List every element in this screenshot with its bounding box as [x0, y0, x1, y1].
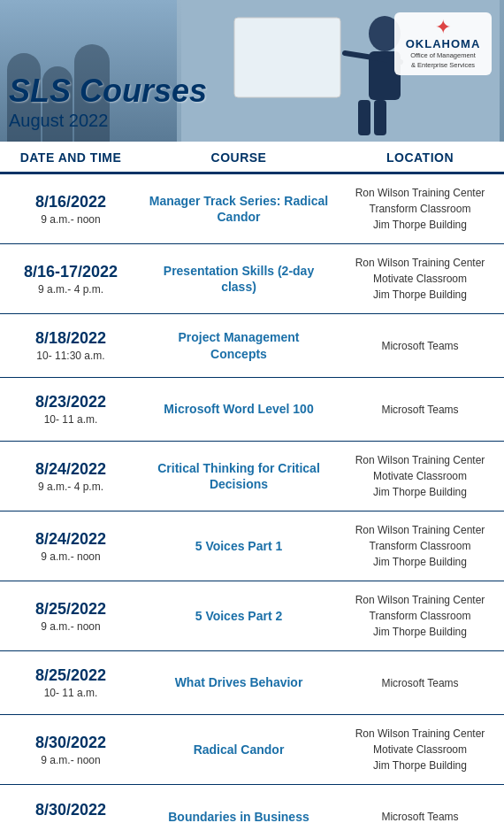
course-cell: 5 Voices Part 2	[141, 608, 336, 624]
location-line: Ron Wilson Training Center	[341, 255, 499, 271]
date-cell: 8/30/2022 10- 11:30 a.m.	[0, 801, 141, 824]
course-cell: What Drives Behavior	[141, 674, 336, 690]
logo-subtitle-1: Office of Management	[401, 51, 485, 60]
location-line: Jim Thorpe Building	[341, 287, 499, 303]
table-row: 8/18/2022 10- 11:30 a.m. Project Managem…	[0, 314, 504, 378]
location-line: Motivate Classroom	[341, 271, 499, 287]
course-name: Manager Track Series: Radical Candor	[149, 194, 328, 224]
location-text: Ron Wilson Training CenterMotivate Class…	[341, 255, 499, 303]
courses-list: 8/16/2022 9 a.m.- noon Manager Track Ser…	[0, 174, 504, 823]
location-line: Microsoft Teams	[341, 338, 499, 354]
table-row: 8/30/2022 9 a.m.- noon Radical Candor Ro…	[0, 715, 504, 785]
date-value: 8/24/2022	[0, 530, 141, 549]
course-name: 5 Voices Part 1	[195, 539, 283, 553]
course-name: 5 Voices Part 2	[195, 609, 283, 623]
svg-rect-6	[374, 100, 386, 135]
time-value: 9 a.m.- noon	[0, 550, 141, 563]
location-line: Motivate Classroom	[341, 742, 499, 758]
location-line: Ron Wilson Training Center	[341, 726, 499, 742]
table-row: 8/23/2022 10- 11 a.m. Microsoft Word Lev…	[0, 378, 504, 442]
date-cell: 8/24/2022 9 a.m.- noon	[0, 530, 141, 563]
logo-state-name: OKLAHOMA	[401, 37, 485, 50]
time-value: 9 a.m.- 4 p.m.	[0, 283, 141, 296]
course-name: Radical Candor	[194, 742, 285, 757]
location-text: Ron Wilson Training CenterMotivate Class…	[341, 726, 499, 773]
date-value: 8/30/2022	[0, 734, 141, 752]
location-line: Microsoft Teams	[341, 675, 499, 691]
table-row: 8/25/2022 10- 11 a.m. What Drives Behavi…	[0, 651, 504, 715]
location-line: Ron Wilson Training Center	[341, 522, 499, 538]
course-name: Critical Thinking for Critical Decisions	[157, 461, 320, 491]
date-value: 8/16-17/2022	[0, 263, 141, 281]
table-row: 8/25/2022 9 a.m.- noon 5 Voices Part 2 R…	[0, 581, 504, 651]
location-cell: Microsoft Teams	[336, 809, 504, 823]
course-column-header: COURSE	[141, 150, 336, 165]
location-cell: Microsoft Teams	[336, 675, 504, 691]
column-headers: DATE AND TIME COURSE LOCATION	[0, 142, 504, 174]
course-cell: Presentation Skills (2-day class)	[141, 263, 336, 295]
time-value: 10- 11 a.m.	[0, 413, 141, 426]
location-line: Ron Wilson Training Center	[341, 452, 499, 468]
date-column-header: DATE AND TIME	[0, 150, 141, 165]
logo-subtitle-2: & Enterprise Services	[401, 61, 485, 70]
location-cell: Ron Wilson Training CenterMotivate Class…	[336, 255, 504, 303]
location-text: Ron Wilson Training CenterMotivate Class…	[341, 452, 499, 500]
location-line: Jim Thorpe Building	[341, 758, 499, 773]
date-cell: 8/25/2022 10- 11 a.m.	[0, 666, 141, 699]
date-cell: 8/25/2022 9 a.m.- noon	[0, 600, 141, 633]
date-value: 8/16/2022	[0, 193, 141, 212]
course-cell: 5 Voices Part 1	[141, 538, 336, 554]
time-value: 9 a.m.- 4 p.m.	[0, 481, 141, 493]
course-cell: Project Management Concepts	[141, 329, 336, 361]
table-row: 8/16/2022 9 a.m.- noon Manager Track Ser…	[0, 174, 504, 244]
location-line: Transform Classroom	[341, 608, 499, 624]
date-value: 8/25/2022	[0, 666, 141, 685]
time-value: 10- 11:30 a.m.	[0, 350, 141, 362]
location-text: Microsoft Teams	[341, 338, 499, 354]
date-value: 8/18/2022	[0, 329, 141, 348]
location-line: Jim Thorpe Building	[341, 217, 499, 233]
table-row: 8/24/2022 9 a.m.- 4 p.m. Critical Thinki…	[0, 442, 504, 511]
svg-rect-5	[358, 100, 370, 135]
date-value: 8/23/2022	[0, 393, 141, 412]
location-line: Transform Classroom	[341, 538, 499, 554]
location-text: Microsoft Teams	[341, 809, 499, 823]
location-text: Ron Wilson Training CenterTransform Clas…	[341, 522, 499, 570]
page-subtitle: August 2022	[9, 111, 207, 131]
location-cell: Ron Wilson Training CenterTransform Clas…	[336, 592, 504, 640]
location-cell: Ron Wilson Training CenterMotivate Class…	[336, 452, 504, 500]
table-row: 8/16-17/2022 9 a.m.- 4 p.m. Presentation…	[0, 244, 504, 314]
course-name: Microsoft Word Level 100	[164, 402, 313, 416]
date-value: 8/24/2022	[0, 460, 141, 479]
svg-rect-1	[234, 18, 340, 97]
location-line: Microsoft Teams	[341, 402, 499, 418]
location-column-header: LOCATION	[336, 150, 504, 165]
table-row: 8/30/2022 10- 11:30 a.m. Boundaries in B…	[0, 785, 504, 823]
course-name: What Drives Behavior	[175, 675, 303, 689]
location-cell: Ron Wilson Training CenterMotivate Class…	[336, 726, 504, 773]
location-line: Microsoft Teams	[341, 809, 499, 823]
location-cell: Ron Wilson Training CenterTransform Clas…	[336, 185, 504, 233]
date-cell: 8/18/2022 10- 11:30 a.m.	[0, 329, 141, 362]
date-cell: 8/16-17/2022 9 a.m.- 4 p.m.	[0, 263, 141, 296]
date-cell: 8/16/2022 9 a.m.- noon	[0, 193, 141, 226]
location-line: Jim Thorpe Building	[341, 624, 499, 640]
date-value: 8/25/2022	[0, 600, 141, 619]
location-line: Jim Thorpe Building	[341, 554, 499, 570]
table-row: 8/24/2022 9 a.m.- noon 5 Voices Part 1 R…	[0, 511, 504, 581]
location-text: Microsoft Teams	[341, 402, 499, 418]
location-cell: Ron Wilson Training CenterTransform Clas…	[336, 522, 504, 570]
page-title: SLS Courses	[9, 73, 207, 109]
time-value: 9 a.m.- noon	[0, 754, 141, 766]
location-text: Microsoft Teams	[341, 675, 499, 691]
location-line: Transform Classroom	[341, 201, 499, 217]
location-text: Ron Wilson Training CenterTransform Clas…	[341, 185, 499, 233]
header-title-area: SLS Courses August 2022	[9, 73, 207, 131]
page-header: SLS Courses August 2022 ✦ OKLAHOMA Offic…	[0, 0, 504, 142]
location-line: Ron Wilson Training Center	[341, 185, 499, 201]
course-cell: Radical Candor	[141, 742, 336, 758]
course-cell: Manager Track Series: Radical Candor	[141, 193, 336, 225]
logo-area: ✦ OKLAHOMA Office of Management & Enterp…	[394, 12, 492, 75]
course-name: Project Management Concepts	[179, 330, 300, 360]
location-cell: Microsoft Teams	[336, 338, 504, 354]
